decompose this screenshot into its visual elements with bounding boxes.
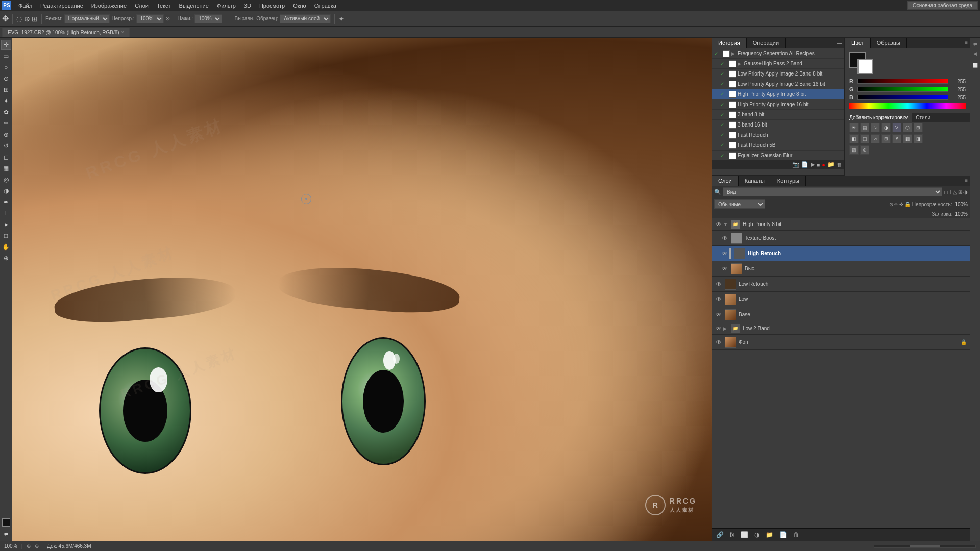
quick-select-tool[interactable]: ⊙ bbox=[1, 73, 11, 84]
layers-folder-btn[interactable]: 📁 bbox=[764, 530, 775, 539]
menu-file[interactable]: Файл bbox=[14, 2, 36, 10]
zoom-tool[interactable]: ⊕ bbox=[1, 253, 11, 263]
tool-icon-main[interactable]: ✥ bbox=[2, 14, 9, 23]
g-slider[interactable] bbox=[857, 87, 948, 92]
corrections-tab[interactable]: Добавить корректировку bbox=[845, 113, 912, 122]
panel-icon-1[interactable]: ⬜ bbox=[971, 63, 979, 68]
menu-view[interactable]: Просмотр bbox=[255, 2, 289, 10]
lock-position-icon[interactable]: ✛ bbox=[899, 202, 903, 207]
canvas-area[interactable]: RRCG 人人素材 RRCG 人人素材 RRCG 人人素材 R RRCG人人素材 bbox=[12, 38, 712, 541]
brush-icon[interactable]: ◌ bbox=[16, 15, 22, 23]
layer-low-retouch[interactable]: 👁 Low Retouch bbox=[712, 277, 970, 292]
zoom-icon-lg[interactable]: ⊖ bbox=[35, 543, 39, 549]
history-item-10[interactable]: ✓ Fast Retouch 5B bbox=[712, 140, 844, 151]
menu-filter[interactable]: Фильтр bbox=[213, 2, 240, 10]
history-delete[interactable]: 🗑 bbox=[837, 162, 842, 168]
history-panel-close[interactable]: — bbox=[835, 38, 844, 48]
eye-low-retouch[interactable]: 👁 bbox=[714, 281, 723, 288]
history-item-8[interactable]: ✓ 3 band 16 bit bbox=[712, 120, 844, 130]
menu-window[interactable]: Окно bbox=[289, 2, 310, 10]
clone-tool[interactable]: ⊕ bbox=[1, 130, 11, 140]
filter-adj-icon[interactable]: ◑ bbox=[963, 189, 968, 195]
dodge-tool[interactable]: ◑ bbox=[1, 186, 11, 196]
document-tab[interactable]: EVG_1927.CR2 @ 100% (High Retouch, RGB/8… bbox=[2, 28, 130, 37]
color-balance-icon[interactable]: ⊞ bbox=[914, 123, 923, 132]
expand-2[interactable]: ▶ bbox=[738, 61, 744, 66]
layer-low[interactable]: 👁 Low bbox=[712, 292, 970, 307]
curves-icon[interactable]: ∿ bbox=[871, 123, 880, 132]
move-tool[interactable]: ✛ bbox=[1, 40, 11, 50]
history-item-1[interactable]: ✓ ▶ Frequency Seperation All Recipes bbox=[712, 48, 844, 59]
threshold-icon[interactable]: ◨ bbox=[914, 134, 923, 143]
history-stop[interactable]: ■ bbox=[817, 162, 820, 168]
history-tab-history[interactable]: История bbox=[712, 38, 747, 48]
hardness-select[interactable]: 100% bbox=[194, 14, 222, 23]
switch-colors[interactable]: ⇄ bbox=[1, 529, 11, 539]
color-lookup-icon[interactable]: ⊞ bbox=[881, 134, 891, 143]
filter-pixel-icon[interactable]: ◻ bbox=[944, 189, 948, 195]
lock-all-icon[interactable]: 🔒 bbox=[904, 202, 911, 207]
menu-3d[interactable]: 3D bbox=[240, 2, 255, 10]
history-item-11[interactable]: ✓ Equalizer Gaussian Blur bbox=[712, 151, 844, 160]
posterize-icon[interactable]: ▩ bbox=[903, 134, 912, 143]
layers-link-btn[interactable]: 🔗 bbox=[714, 530, 726, 539]
color-tab-swatches[interactable]: Образцы bbox=[871, 38, 907, 48]
lasso-tool[interactable]: ○ bbox=[1, 62, 11, 72]
blur-tool[interactable]: ◎ bbox=[1, 174, 11, 185]
far-right-arrows[interactable]: ⇄ bbox=[971, 40, 979, 48]
crop-tool[interactable]: ⊞ bbox=[1, 85, 11, 95]
vibrance-icon[interactable]: V bbox=[892, 123, 901, 132]
eyedropper-tool[interactable]: ✦ bbox=[1, 96, 11, 106]
history-item-3[interactable]: ✓ Low Priority Apply Image 2 Band 8 bit bbox=[712, 69, 844, 79]
path-selection-tool[interactable]: ▸ bbox=[1, 219, 11, 230]
color-tab-color[interactable]: Цвет bbox=[845, 38, 871, 48]
eye-background[interactable]: 👁 bbox=[714, 339, 723, 346]
eye-base[interactable]: 👁 bbox=[714, 311, 723, 318]
layers-tab-channels[interactable]: Каналы bbox=[739, 176, 771, 186]
expand-high-priority[interactable]: ▼ bbox=[723, 222, 729, 227]
eye-low2band[interactable]: 👁 bbox=[714, 325, 723, 332]
sample-select[interactable]: Активный слой bbox=[280, 14, 331, 23]
layers-fx-btn[interactable]: fx bbox=[728, 530, 737, 539]
history-item-6[interactable]: ✓ High Priority Apply Image 16 bit bbox=[712, 99, 844, 110]
transform-icon[interactable]: ⊞ bbox=[32, 15, 38, 23]
expand-low2band[interactable]: ▶ bbox=[723, 326, 729, 331]
rect-shape-tool[interactable]: □ bbox=[1, 231, 11, 241]
history-record[interactable]: ● bbox=[822, 162, 825, 168]
pen-tool[interactable]: ✒ bbox=[1, 197, 11, 207]
history-tab-operations[interactable]: Операции bbox=[747, 38, 786, 48]
layer-base[interactable]: 👁 Base bbox=[712, 307, 970, 322]
brightness-icon[interactable]: ☀ bbox=[849, 123, 859, 132]
spot-heal-tool[interactable]: ✿ bbox=[1, 107, 11, 117]
far-right-expand[interactable]: ◀ bbox=[971, 49, 979, 58]
layer-vys[interactable]: 👁 Выс. bbox=[712, 261, 970, 277]
zoom-icon-sm[interactable]: ⊕ bbox=[27, 543, 31, 549]
history-panel-menu[interactable]: ≡ bbox=[827, 38, 835, 48]
menu-text[interactable]: Текст bbox=[153, 2, 175, 10]
workspace-selector[interactable]: Основная рабочая среда bbox=[907, 1, 978, 10]
layer-texture-boost[interactable]: 👁 Texture Boost bbox=[712, 231, 970, 246]
history-item-4[interactable]: ✓ Low Priority Apply Image 2 Band 16 bit bbox=[712, 79, 844, 89]
styles-tab[interactable]: Стили bbox=[912, 113, 935, 122]
layers-adjustment-btn[interactable]: ◑ bbox=[752, 530, 762, 539]
opacity-select[interactable]: 100% bbox=[136, 14, 164, 23]
mode-select[interactable]: Нормальный bbox=[64, 14, 110, 23]
brush-tool[interactable]: ✏ bbox=[1, 118, 11, 129]
horizontal-scrollbar[interactable] bbox=[874, 545, 976, 548]
lock-transparent-icon[interactable]: ⊙ bbox=[889, 202, 893, 207]
menu-image[interactable]: Изображение bbox=[87, 2, 131, 10]
eye-high-retouch[interactable]: 👁 bbox=[720, 250, 729, 257]
r-slider[interactable] bbox=[857, 79, 948, 84]
channel-mixer-icon[interactable]: ⊿ bbox=[871, 134, 880, 143]
history-item-5[interactable]: ✓ High Priority Apply Image 8 bit bbox=[712, 89, 844, 99]
color-spectrum[interactable] bbox=[849, 103, 966, 109]
hand-tool[interactable]: ✋ bbox=[1, 242, 11, 252]
layers-type-select[interactable]: Вид bbox=[723, 187, 942, 196]
eraser-tool[interactable]: ◻ bbox=[1, 152, 11, 162]
photo-filter-icon[interactable]: ◰ bbox=[860, 134, 869, 143]
selective-color-icon[interactable]: ⊙ bbox=[860, 145, 869, 155]
history-item-7[interactable]: ✓ 3 band 8 bit bbox=[712, 110, 844, 120]
eyedropper-icon[interactable]: ✦ bbox=[338, 15, 345, 23]
history-item-9[interactable]: ✓ Fast Retouch bbox=[712, 130, 844, 140]
color-panel-menu[interactable]: ≡ bbox=[963, 38, 970, 48]
